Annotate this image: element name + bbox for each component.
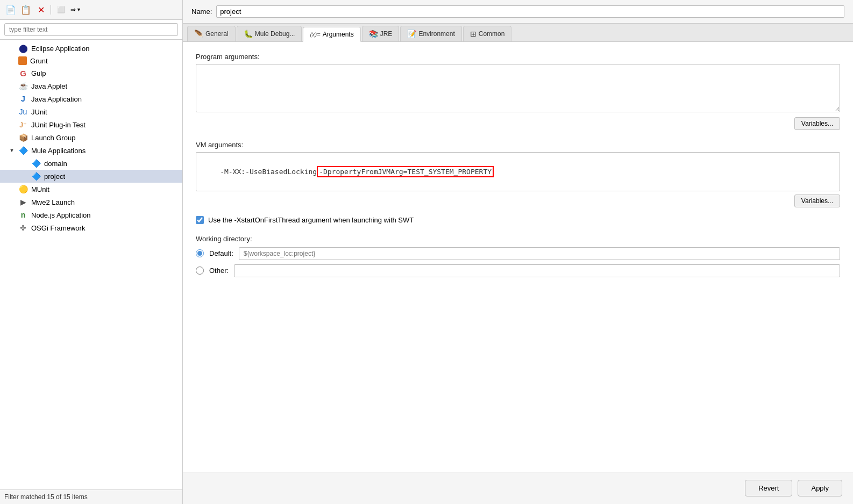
default-radio-row: Default: — [196, 247, 840, 260]
tab-arguments[interactable]: (x)= Arguments — [303, 27, 360, 42]
revert-button[interactable]: Revert — [745, 480, 792, 496]
xstart-row: Use the -XstartOnFirstThread argument wh… — [196, 216, 840, 224]
filter-input[interactable] — [4, 23, 178, 36]
tab-jre[interactable]: 📚 JRE — [362, 26, 400, 41]
content-area: Program arguments: Variables... VM argum… — [183, 42, 853, 472]
xstart-checkbox[interactable] — [196, 216, 204, 224]
vm-args-section: VM arguments: -M-XX:-UseBiasedLocking-Dp… — [196, 141, 840, 207]
list-item[interactable]: 🔷 domain — [0, 157, 182, 170]
expand-icon — [22, 173, 28, 179]
default-radio[interactable] — [196, 249, 204, 257]
copy-button[interactable]: 📋 — [19, 3, 32, 16]
expand-icon — [9, 186, 15, 192]
vm-args-input-wrapper[interactable]: -M-XX:-UseBiasedLocking-DpropertyFromJVM… — [196, 152, 840, 191]
other-radio[interactable] — [196, 267, 204, 275]
tab-environment[interactable]: 📝 Environment — [400, 26, 461, 41]
list-item[interactable]: J Java Application — [0, 92, 182, 105]
list-item[interactable]: ✤ OSGi Framework — [0, 221, 182, 234]
new-button[interactable]: 📄 — [4, 3, 17, 16]
mule-icon: 🔷 — [18, 146, 28, 155]
tabs-bar: 🪶 General 🐛 Mule Debug... (x)= Arguments… — [183, 24, 853, 42]
item-label: Mule Applications — [31, 147, 86, 155]
expand-icon — [9, 199, 15, 205]
item-label: Launch Group — [31, 134, 75, 142]
list-item[interactable]: Ju JUnit — [0, 105, 182, 118]
delete-button[interactable]: ✕ — [34, 3, 47, 16]
other-radio-label: Other: — [209, 267, 229, 275]
working-dir-section: Working directory: Default: Other: — [196, 235, 840, 277]
tab-common[interactable]: ⊞ Common — [463, 26, 512, 41]
item-label: JUnit Plug-in Test — [31, 121, 86, 129]
copy-icon: 📋 — [20, 5, 31, 15]
expand-icon — [9, 57, 15, 64]
tab-muledebug[interactable]: 🐛 Mule Debug... — [237, 26, 302, 41]
vm-args-label: VM arguments: — [196, 141, 840, 149]
default-radio-label: Default: — [209, 249, 233, 257]
tab-general[interactable]: 🪶 General — [187, 26, 236, 41]
junit-icon: Ju — [18, 107, 28, 117]
mule-project-icon: 🔷 — [31, 171, 41, 181]
list-item[interactable]: Grunt — [0, 55, 182, 67]
collapse-tree-icon[interactable]: ▼ — [9, 147, 15, 154]
apply-button[interactable]: Apply — [798, 480, 842, 496]
list-item[interactable]: ☕ Java Applet — [0, 80, 182, 92]
item-label: JUnit — [31, 108, 47, 116]
list-item[interactable]: ▶ Mwe2 Launch — [0, 196, 182, 208]
list-item[interactable]: ⬤ Eclipse Application — [0, 42, 182, 55]
other-dir-input[interactable] — [234, 264, 840, 277]
vm-args-highlighted: -DpropertyFromJVMArg=TEST_SYSTEM_PROPERT… — [317, 166, 494, 177]
list-item[interactable]: J⁺ JUnit Plug-in Test — [0, 118, 182, 131]
dropdown-button[interactable]: ⇒ ▼ — [69, 3, 82, 16]
nodejs-icon: n — [18, 210, 28, 220]
new-icon: 📄 — [5, 5, 16, 15]
item-label: project — [44, 172, 65, 181]
vm-args-text[interactable]: -M-XX:-UseBiasedLocking-DpropertyFromJVM… — [196, 153, 840, 191]
toolbar-separator — [51, 5, 51, 15]
item-label: OSGi Framework — [31, 224, 85, 232]
expand-icon — [9, 45, 15, 52]
item-label: Mwe2 Launch — [31, 198, 75, 206]
list-item[interactable]: 🔷 project — [0, 170, 182, 183]
vm-variables-button[interactable]: Variables... — [794, 195, 840, 207]
dropdown-arrow-icon: ▼ — [76, 7, 81, 12]
item-label: Gulp — [31, 69, 46, 77]
common-icon: ⊞ — [470, 30, 477, 38]
xstart-label: Use the -XstartOnFirstThread argument wh… — [208, 216, 414, 224]
expand-icon — [9, 96, 15, 102]
collapse-icon: ⬜ — [57, 6, 65, 13]
bottom-bar: Revert Apply — [183, 472, 853, 504]
delete-icon: ✕ — [38, 5, 45, 15]
tree-list: ⬤ Eclipse Application Grunt G Gulp ☕ Jav… — [0, 40, 182, 489]
program-args-label: Program arguments: — [196, 53, 840, 61]
expand-icon — [9, 212, 15, 218]
list-item[interactable]: G Gulp — [0, 67, 182, 80]
item-label: Node.js Application — [31, 211, 91, 219]
list-item[interactable]: 📦 Launch Group — [0, 131, 182, 144]
eclipse-icon: ⬤ — [18, 44, 28, 53]
muledebug-icon: 🐛 — [244, 30, 253, 38]
working-dir-label: Working directory: — [196, 235, 840, 243]
tab-arguments-label: Arguments — [323, 31, 354, 38]
program-variables-button[interactable]: Variables... — [794, 117, 840, 130]
mwe2-icon: ▶ — [18, 197, 28, 207]
expand-icon — [22, 160, 28, 167]
junit-plugin-icon: J⁺ — [18, 120, 28, 129]
toolbar: 📄 📋 ✕ ⬜ ⇒ ▼ — [0, 0, 182, 20]
java-applet-icon: ☕ — [18, 81, 28, 91]
jre-icon: 📚 — [369, 30, 378, 38]
list-item[interactable]: n Node.js Application — [0, 208, 182, 221]
program-args-input[interactable] — [196, 64, 840, 112]
collapse-button[interactable]: ⬜ — [54, 3, 67, 16]
expand-icon — [9, 70, 15, 76]
default-dir-input — [239, 247, 840, 260]
tab-jre-label: JRE — [380, 30, 393, 38]
tab-general-label: General — [205, 30, 229, 38]
list-item[interactable]: ▼ 🔷 Mule Applications — [0, 144, 182, 157]
arguments-icon: (x)= — [310, 31, 320, 38]
tab-environment-label: Environment — [418, 30, 454, 38]
expand-icon — [9, 121, 15, 128]
tab-muledebug-label: Mule Debug... — [255, 30, 295, 38]
mule-domain-icon: 🔷 — [31, 159, 41, 168]
list-item[interactable]: 🟡 MUnit — [0, 183, 182, 196]
name-input[interactable] — [216, 5, 844, 18]
